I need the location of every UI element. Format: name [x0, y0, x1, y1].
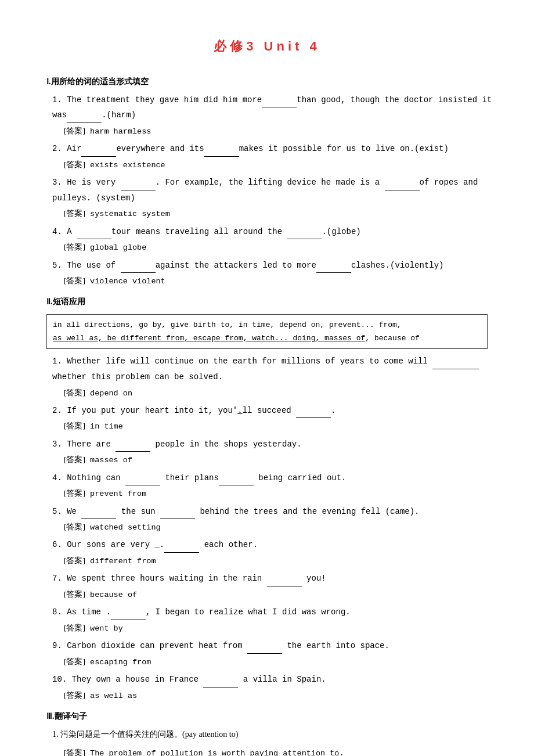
- s2-answer-7: [答案] because of: [64, 588, 499, 602]
- s2-answer-5: [答案] watched setting: [64, 520, 499, 535]
- s3-item-1: 1. 污染问题是一个值得关注的问题。(pay attention to): [52, 727, 499, 743]
- phrase-box: in all directions, go by, give birth to,…: [46, 314, 488, 350]
- section1: Ⅰ.用所给的词的适当形式填空 1. The treatment they gav…: [35, 74, 499, 289]
- section2-title: Ⅱ.短语应用: [46, 294, 499, 309]
- item-5: 5. The use of against the attackers led …: [52, 258, 499, 273]
- phrase-text: in all directions, go by, give birth to,…: [53, 321, 420, 343]
- item-2: 2. Aireverywhere and itsmakes it possibl…: [52, 141, 499, 157]
- s2-answer-8: [答案] went by: [64, 621, 499, 636]
- s2-item-6: 6. Our sons are very _. each other.: [52, 537, 499, 553]
- s2-answer-10: [答案] as well as: [64, 689, 499, 703]
- item-1: 1. The treatment they gave him did him m…: [52, 92, 499, 123]
- s3-answer-1: [答案] The problem of pollution is worth p…: [64, 746, 482, 756]
- answer-5: [答案] violence violent: [64, 274, 499, 289]
- s2-answer-3: [答案] masses of: [64, 453, 499, 467]
- page-title: 必修3 Unit 4: [35, 35, 499, 58]
- item-2-text: 2. Aireverywhere and itsmakes it possibl…: [52, 144, 449, 153]
- s2-item-7: 7. We spent three hours waiting in the r…: [52, 571, 499, 586]
- answer-2: [答案] exists existence: [64, 158, 499, 172]
- item-5-text: 5. The use of against the attackers led …: [52, 261, 444, 270]
- item-3: 3. He is very . For example, the lifting…: [52, 175, 499, 206]
- s2-answer-2: [答案] in time: [64, 419, 499, 434]
- section2: Ⅱ.短语应用 in all directions, go by, give bi…: [35, 294, 499, 703]
- item-4: 4. A tour means traveling all around the…: [52, 224, 499, 240]
- s3-item-1-text: 1. 污染问题是一个值得关注的问题。(pay attention to): [52, 730, 238, 739]
- section3: Ⅲ.翻译句子 1. 污染问题是一个值得关注的问题。(pay attention …: [35, 709, 499, 756]
- s2-answer-1: [答案] depend on: [64, 386, 499, 401]
- item-3-text: 3. He is very . For example, the lifting…: [52, 178, 478, 203]
- answer-4: [答案] global globe: [64, 240, 499, 255]
- s2-item-10: 10. They own a house in France a villa i…: [52, 672, 499, 687]
- s2-item-8: 8. As time ., I began to realize what I …: [52, 604, 499, 620]
- s2-answer-9: [答案] escaping from: [64, 655, 499, 669]
- s2-item-5: 5. We the sun behind the trees and the e…: [52, 504, 499, 520]
- s2-item-2: 2. If you put your heart into it, you'.l…: [52, 403, 499, 419]
- s2-item-9: 9. Carbon dioxide can prevent heat from …: [52, 638, 499, 654]
- section1-title: Ⅰ.用所给的词的适当形式填空: [46, 74, 499, 89]
- s2-item-3: 3. There are people in the shops yesterd…: [52, 437, 499, 452]
- item-4-text: 4. A tour means traveling all around the…: [52, 227, 361, 236]
- item-1-text: 1. The treatment they gave him did him m…: [52, 95, 492, 120]
- s2-item-4: 4. Nothing can their plans being carried…: [52, 470, 499, 486]
- section3-title: Ⅲ.翻译句子: [46, 709, 499, 723]
- s2-item-1: 1. Whether life will continue on the ear…: [52, 354, 499, 384]
- s2-answer-6: [答案] different from: [64, 554, 499, 568]
- answer-3: [答案] systematic system: [64, 207, 499, 221]
- s2-answer-4: [答案] prevent from: [64, 487, 499, 501]
- answer-1: [答案] harm harmless: [64, 124, 499, 139]
